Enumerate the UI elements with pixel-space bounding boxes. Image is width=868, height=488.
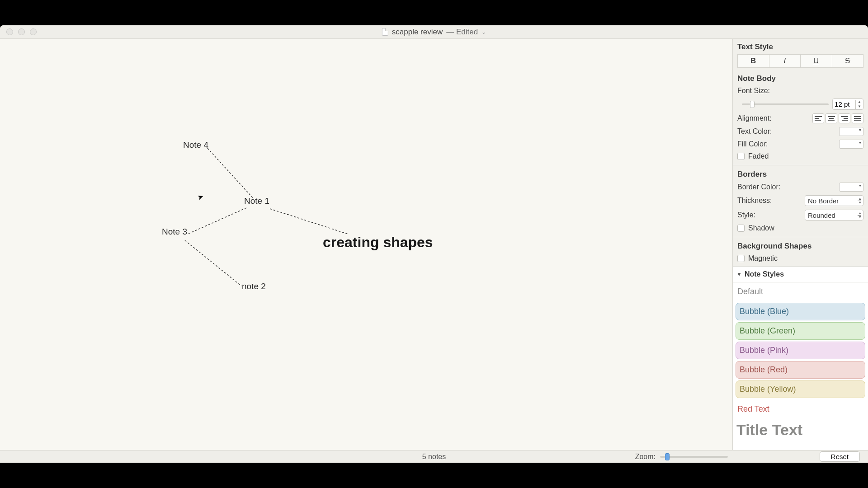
style-title-text[interactable]: Title Text: [733, 418, 868, 443]
text-format-buttons: B I U S: [737, 54, 863, 68]
style-bubble-yellow[interactable]: Bubble (Yellow): [736, 380, 865, 398]
underline-button[interactable]: U: [801, 54, 832, 68]
note-4[interactable]: Note 4: [183, 140, 208, 150]
minimize-window-icon[interactable]: [18, 28, 25, 35]
style-bubble-green[interactable]: Bubble (Green): [736, 322, 865, 340]
mouse-cursor-icon: ➤: [196, 192, 205, 202]
font-size-down-icon[interactable]: ▼: [856, 104, 863, 109]
svg-line-0: [208, 148, 254, 199]
note-styles-section-header[interactable]: ▼ Note Styles: [733, 266, 868, 282]
bold-button[interactable]: B: [737, 54, 769, 68]
text-color-label: Text Color:: [737, 127, 772, 136]
text-style-header: Text Style: [733, 39, 868, 53]
titlebar: scapple review — Edited ⌄: [0, 25, 868, 39]
traffic-lights: [0, 28, 37, 35]
close-window-icon[interactable]: [6, 28, 13, 35]
shadow-label: Shadow: [748, 224, 774, 232]
alignment-label: Alignment:: [737, 114, 772, 122]
borders-header: Borders: [733, 166, 868, 181]
border-color-label: Border Color:: [737, 183, 780, 191]
inspector-panel: Text Style B I U S Note Body Font Size: …: [732, 39, 868, 450]
font-size-label: Font Size:: [737, 87, 770, 95]
border-style-select[interactable]: Rounded ▴▾: [805, 210, 863, 221]
zoom-window-icon[interactable]: [30, 28, 37, 35]
shadow-checkbox[interactable]: [737, 225, 745, 232]
svg-line-1: [188, 208, 246, 234]
status-bar: 5 notes Zoom: Reset: [0, 450, 868, 463]
note-3[interactable]: Note 3: [162, 227, 187, 237]
fill-color-swatch[interactable]: [839, 140, 863, 149]
border-color-swatch[interactable]: [839, 183, 863, 192]
canvas[interactable]: Note 4 Note 1 Note 3 note 2 creating sha…: [0, 39, 732, 450]
style-red-text[interactable]: Red Text: [733, 400, 868, 418]
svg-line-3: [185, 240, 241, 286]
thickness-label: Thickness:: [737, 197, 772, 205]
note-1[interactable]: Note 1: [244, 196, 269, 206]
text-color-swatch[interactable]: [839, 127, 863, 136]
style-bubble-pink[interactable]: Bubble (Pink): [736, 342, 865, 359]
magnetic-label: Magnetic: [748, 254, 778, 263]
faded-label: Faded: [748, 152, 769, 160]
note-body-header: Note Body: [733, 70, 868, 85]
style-default[interactable]: Default: [733, 282, 868, 301]
font-size-slider[interactable]: [742, 103, 829, 105]
faded-checkbox[interactable]: [737, 153, 745, 160]
strikethrough-button[interactable]: S: [832, 54, 864, 68]
align-justify-button[interactable]: [852, 113, 863, 123]
align-center-button[interactable]: [826, 113, 837, 123]
style-bubble-blue[interactable]: Bubble (Blue): [736, 303, 865, 320]
title-note[interactable]: creating shapes: [323, 234, 433, 251]
italic-button[interactable]: I: [769, 54, 801, 68]
font-size-stepper[interactable]: ▲▼: [832, 99, 863, 110]
align-left-button[interactable]: [812, 113, 824, 123]
font-size-up-icon[interactable]: ▲: [856, 100, 863, 104]
note-count: 5 notes: [422, 453, 446, 461]
style-bubble-red[interactable]: Bubble (Red): [736, 361, 865, 379]
zoom-reset-button[interactable]: Reset: [820, 451, 860, 462]
font-size-input[interactable]: [833, 99, 855, 109]
thickness-select[interactable]: No Border ▴▾: [805, 195, 863, 206]
zoom-label: Zoom:: [635, 453, 656, 461]
zoom-slider[interactable]: [660, 456, 728, 458]
document-icon: [382, 28, 388, 36]
window-title[interactable]: scapple review — Edited ⌄: [382, 28, 486, 37]
align-right-button[interactable]: [839, 113, 850, 123]
note-styles-label: Note Styles: [745, 270, 784, 278]
window-title-text: scapple review: [392, 28, 443, 37]
window-title-suffix: — Edited: [446, 28, 478, 37]
style-label: Style:: [737, 211, 755, 219]
note-2[interactable]: note 2: [242, 282, 266, 291]
note-styles-list: Default Bubble (Blue) Bubble (Green) Bub…: [733, 282, 868, 450]
svg-line-2: [270, 209, 348, 234]
disclosure-triangle-icon: ▼: [736, 271, 742, 277]
app-window: scapple review — Edited ⌄ Note 4 Note 1 …: [0, 25, 868, 463]
fill-color-label: Fill Color:: [737, 140, 768, 148]
background-shapes-header: Background Shapes: [733, 238, 868, 253]
chevron-down-icon: ⌄: [481, 29, 486, 35]
magnetic-checkbox[interactable]: [737, 255, 745, 262]
